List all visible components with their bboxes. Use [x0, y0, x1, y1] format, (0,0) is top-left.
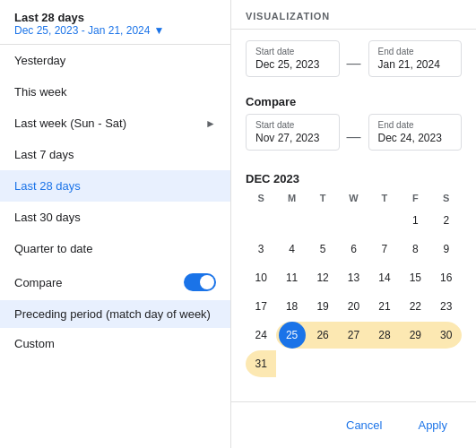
compare-start-date-field[interactable]: Start date Nov 27, 2023: [246, 114, 340, 151]
main-date-section: Start date Dec 25, 2023 — End date Jan 2…: [231, 30, 476, 91]
chevron-down-icon: ▼: [153, 24, 164, 37]
footer: Cancel Apply: [231, 401, 476, 448]
cal-day-30[interactable]: 30: [433, 322, 460, 349]
compare-date-dash: —: [347, 129, 361, 145]
dow-thu: T: [369, 191, 400, 205]
cal-day-15[interactable]: 15: [402, 264, 428, 291]
dow-wed: W: [338, 191, 368, 205]
cal-day-1[interactable]: 1: [402, 207, 428, 234]
menu-item-last-28-label: Last 28 days: [14, 179, 81, 193]
cal-day-29[interactable]: 29: [402, 322, 428, 349]
cal-day-25[interactable]: 25: [279, 322, 306, 349]
compare-start-value: Nov 27, 2023: [255, 132, 319, 144]
cal-week-6: 31: [246, 350, 462, 377]
cal-day-2[interactable]: 2: [433, 207, 460, 234]
header-title: Last 28 days: [14, 11, 216, 24]
menu-item-compare[interactable]: Compare ✓: [0, 264, 230, 300]
cal-day-18[interactable]: 18: [279, 293, 306, 320]
cal-day-24[interactable]: 24: [247, 322, 274, 349]
calendar-grid: S M T W T F S 1 2: [246, 191, 462, 377]
compare-date-row: Start date Nov 27, 2023 — End date Dec 2…: [246, 114, 462, 151]
cal-day-31[interactable]: 31: [247, 350, 274, 377]
cal-day-11[interactable]: 11: [279, 264, 306, 291]
cal-day-4[interactable]: 4: [279, 236, 306, 263]
dow-tue: T: [307, 191, 338, 205]
main-start-value: Dec 25, 2023: [255, 58, 319, 71]
menu-item-last-30-label: Last 30 days: [14, 211, 81, 224]
date-range-text: Dec 25, 2023 - Jan 21, 2024: [14, 24, 150, 37]
cal-day-14[interactable]: 14: [371, 264, 398, 291]
cal-day-3[interactable]: 3: [247, 236, 274, 263]
compare-toggle[interactable]: ✓: [184, 273, 216, 291]
cal-day-23[interactable]: 23: [433, 293, 460, 320]
date-dash: —: [347, 56, 361, 72]
cal-day-17[interactable]: 17: [247, 293, 274, 320]
menu-item-quarter-label: Quarter to date: [14, 242, 92, 255]
cal-week-5: 24 25 26 27 28 29 30: [246, 322, 462, 349]
header-section: Last 28 days Dec 25, 2023 - Jan 21, 2024…: [0, 0, 230, 45]
arrow-right-icon: ►: [205, 117, 216, 130]
toggle-check-icon: ✓: [205, 278, 212, 288]
viz-header: VISUALIZATION: [231, 0, 476, 30]
cal-week-4: 17 18 19 20 21 22 23: [246, 293, 462, 320]
menu-item-yesterday-label: Yesterday: [14, 54, 65, 67]
compare-start-label: Start date: [255, 120, 330, 130]
menu-item-custom-label: Custom: [14, 337, 55, 350]
menu-item-last-7[interactable]: Last 7 days: [0, 139, 230, 170]
menu-item-last-week[interactable]: Last week (Sun - Sat) ►: [0, 108, 230, 139]
cal-week-2: 3 4 5 6 7 8 9: [246, 236, 462, 263]
cal-day-19[interactable]: 19: [309, 293, 336, 320]
cal-day-5[interactable]: 5: [309, 236, 336, 263]
menu-item-last-week-label: Last week (Sun - Sat): [14, 116, 126, 130]
cal-day-20[interactable]: 20: [340, 293, 367, 320]
dow-fri: F: [400, 191, 430, 205]
cal-day-7[interactable]: 7: [371, 236, 398, 263]
dow-sat: S: [431, 191, 462, 205]
calendar-month-label: DEC 2023: [246, 165, 462, 191]
menu-item-yesterday[interactable]: Yesterday: [0, 45, 230, 76]
main-end-label: End date: [378, 47, 453, 56]
menu-item-preceding[interactable]: Preceding period (match day of week): [0, 300, 230, 328]
left-panel: Last 28 days Dec 25, 2023 - Jan 21, 2024…: [0, 0, 231, 448]
dow-mon: M: [276, 191, 307, 205]
cal-week-3: 10 11 12 13 14 15 16: [246, 264, 462, 291]
compare-end-date-field[interactable]: End date Dec 24, 2023: [368, 114, 463, 151]
cal-day-12[interactable]: 12: [309, 264, 336, 291]
menu-item-this-week-label: This week: [14, 85, 67, 99]
cal-day-9[interactable]: 9: [433, 236, 460, 263]
menu-item-custom[interactable]: Custom: [0, 328, 230, 359]
main-start-label: Start date: [255, 47, 330, 56]
main-end-value: Jan 21, 2024: [378, 58, 440, 71]
menu-item-quarter[interactable]: Quarter to date: [0, 233, 230, 264]
dow-sun: S: [246, 191, 276, 205]
apply-button[interactable]: Apply: [403, 411, 462, 439]
main-date-row: Start date Dec 25, 2023 — End date Jan 2…: [246, 40, 462, 77]
right-panel: VISUALIZATION Start date Dec 25, 2023 — …: [231, 0, 476, 448]
cal-day-6[interactable]: 6: [340, 236, 367, 263]
cal-day-16[interactable]: 16: [433, 264, 460, 291]
calendar-section: DEC 2023 S M T W T F S 1: [231, 165, 476, 401]
cancel-button[interactable]: Cancel: [332, 411, 396, 439]
menu-item-this-week[interactable]: This week: [0, 76, 230, 108]
cal-day-10[interactable]: 10: [247, 264, 274, 291]
date-range-subtitle[interactable]: Dec 25, 2023 - Jan 21, 2024 ▼: [14, 24, 216, 37]
cal-day-22[interactable]: 22: [402, 293, 428, 320]
cal-day-13[interactable]: 13: [340, 264, 367, 291]
menu-item-compare-label: Compare: [14, 276, 62, 289]
compare-section-label: Compare: [231, 91, 476, 114]
menu-item-preceding-label: Preceding period (match day of week): [14, 307, 211, 321]
menu-items-list: Yesterday This week Last week (Sun - Sat…: [0, 45, 230, 448]
main-end-date-field[interactable]: End date Jan 21, 2024: [368, 40, 463, 77]
menu-item-last-30[interactable]: Last 30 days: [0, 202, 230, 233]
cal-day-26[interactable]: 26: [309, 322, 336, 349]
cal-week-1: 1 2: [246, 207, 462, 234]
compare-end-label: End date: [378, 120, 453, 130]
cal-day-28[interactable]: 28: [371, 322, 398, 349]
main-start-date-field[interactable]: Start date Dec 25, 2023: [246, 40, 340, 77]
menu-item-last-28[interactable]: Last 28 days: [0, 170, 230, 202]
cal-day-27[interactable]: 27: [340, 322, 367, 349]
compare-date-section: Start date Nov 27, 2023 — End date Dec 2…: [231, 114, 476, 165]
cal-day-8[interactable]: 8: [402, 236, 428, 263]
cal-day-21[interactable]: 21: [371, 293, 398, 320]
compare-end-value: Dec 24, 2023: [378, 132, 442, 144]
